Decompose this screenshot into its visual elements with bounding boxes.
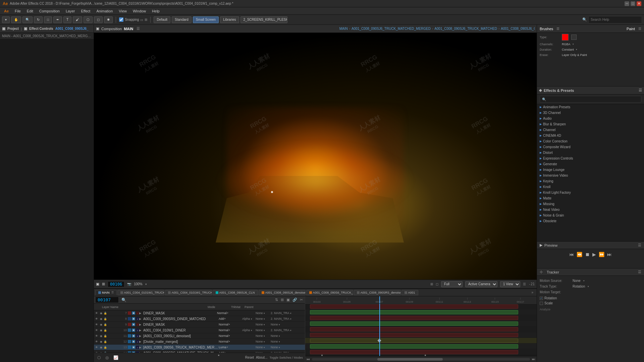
effects-presets-menu[interactable]: ☰ — [639, 88, 642, 93]
lock-icon[interactable]: 🔒 — [103, 351, 107, 353]
row-8-parent[interactable]: 2. MAIN_TRA ▾ — [271, 317, 304, 320]
list-item[interactable]: ▶ Channel — [537, 127, 644, 133]
preview-step-back[interactable]: ⏪ — [577, 252, 582, 257]
list-item[interactable]: ▶ Color Correction — [537, 138, 644, 144]
minimize-button[interactable]: ─ — [625, 1, 629, 6]
reset-btn[interactable]: Reset — [245, 356, 254, 359]
tl-tool-3[interactable]: ▣ — [286, 298, 290, 302]
snapping-checkbox[interactable] — [119, 17, 123, 22]
zoom-tool[interactable]: 🔍 — [22, 16, 33, 23]
eye-icon[interactable]: 👁 — [95, 340, 99, 344]
menu-layer[interactable]: Layer — [63, 8, 78, 14]
tl-tab-main-menu[interactable]: ☰ — [111, 291, 114, 294]
track-7-block[interactable] — [310, 304, 518, 309]
tl-tool-5[interactable]: ✂ — [299, 298, 304, 302]
stamp-tool[interactable]: ⬡ — [84, 16, 93, 23]
solo-icon[interactable]: ◉ — [99, 334, 103, 338]
track-9-block[interactable] — [310, 316, 518, 320]
list-item[interactable]: ▶ Image Lounge — [537, 167, 644, 173]
expand-icon[interactable]: ▶ — [139, 346, 141, 349]
lock-icon[interactable]: 🔒 — [103, 311, 107, 315]
toggle-switches-label[interactable]: Toggle Switches / Modes — [269, 356, 303, 359]
brush-tool[interactable]: 🖌 — [73, 16, 82, 23]
project-tab-label[interactable]: Project — [7, 27, 19, 31]
workspace-libraries[interactable]: Libraries — [220, 16, 239, 23]
eye-icon[interactable]: 👁 — [95, 351, 99, 353]
lock-icon[interactable]: 🔒 — [103, 345, 107, 349]
search-help-input[interactable] — [588, 16, 642, 23]
track-11-block[interactable] — [310, 327, 518, 331]
lock-icon[interactable]: 🔒 — [103, 340, 107, 344]
solo-icon[interactable]: ◉ — [99, 317, 103, 321]
list-item[interactable]: ▶ 3D Channel — [537, 110, 644, 116]
tl-tab-7[interactable]: A001_C008_090SRS_denoised_CLN — [354, 290, 401, 295]
tl-tool-2[interactable]: ⊞ — [280, 298, 284, 302]
playhead-indicator[interactable] — [379, 296, 380, 303]
expand-icon[interactable]: ▶ — [139, 340, 141, 343]
track-13-block[interactable] — [310, 339, 518, 343]
brushes-menu-icon[interactable]: ☰ — [556, 27, 559, 31]
solo-icon[interactable]: ◉ — [99, 345, 103, 349]
menu-animation[interactable]: Animation — [94, 8, 115, 14]
menu-edit[interactable]: Edit — [24, 8, 36, 14]
color-swatch[interactable] — [562, 34, 569, 41]
list-item[interactable]: ▶ Blur & Sharpen — [537, 121, 644, 127]
more-tabs-btn[interactable]: » — [529, 291, 535, 294]
hand-tool[interactable]: ✋ — [11, 16, 21, 23]
camera-select[interactable]: Active Camera — [465, 281, 497, 287]
tl-tab-5[interactable]: A001_C008_090SJ6_denoised — [259, 290, 306, 295]
expand-icon[interactable]: ▶ — [139, 329, 141, 332]
solo-icon[interactable]: ◉ — [99, 311, 103, 315]
timeline-ruler[interactable]: 00103 00105 00107 00109 00111 00113 0011… — [305, 296, 537, 304]
list-item[interactable]: ▶ Obsolete — [537, 218, 644, 224]
timeline-end-icon[interactable]: ⏭ — [532, 357, 535, 361]
lock-icon[interactable]: 🔒 — [103, 322, 107, 326]
row-7-parent[interactable]: 2. MAIN_TRA ▾ — [271, 311, 304, 315]
solo-icon[interactable]: ◉ — [99, 328, 103, 332]
list-item[interactable]: ▶ Neat Video — [537, 207, 644, 213]
eye-icon[interactable]: 👁 — [95, 345, 99, 349]
tl-tab-2[interactable]: A001_C004_0101W1_TRUCK_MATCHED — [117, 290, 164, 295]
preview-to-start[interactable]: ⏮ — [569, 252, 574, 257]
eye-icon[interactable]: 👁 — [95, 322, 99, 326]
preview-menu[interactable]: ☰ — [638, 243, 641, 247]
view-toggle-icon[interactable]: ◻ — [436, 282, 438, 286]
tracker-menu[interactable]: ☰ — [638, 270, 641, 274]
expand-icon[interactable]: ▶ — [139, 335, 141, 338]
menu-adobe[interactable]: Ae — [1, 8, 11, 14]
list-item[interactable]: ▶ Knoll — [537, 184, 644, 190]
tl-tab-3[interactable]: A001_C004_0101W1_TRUCK_CLN — [165, 290, 212, 295]
lock-icon[interactable]: 🔒 — [103, 317, 107, 321]
workspace-default[interactable]: Default — [154, 16, 170, 23]
track-15-block[interactable] — [310, 350, 518, 354]
brushes-tab[interactable]: Brushes — [540, 27, 553, 31]
grid-icon[interactable]: ⊞ — [430, 282, 433, 286]
tl-tab-6[interactable]: A001_C008_090S6_TRUCK_MATCHED_ — [306, 290, 353, 295]
quality-select[interactable]: Full Half Quarter — [441, 281, 463, 287]
crumb-main[interactable]: MAIN — [339, 27, 348, 31]
preview-play[interactable]: ▶ — [592, 252, 596, 257]
workspace-standard[interactable]: Standard — [172, 16, 192, 23]
list-item[interactable]: ▶ Knoll Light Factory — [537, 190, 644, 195]
menu-file[interactable]: File — [12, 8, 23, 14]
zoom-dropdown[interactable]: ▾ — [145, 283, 147, 286]
tl-tab-8[interactable]: A001 — [401, 290, 418, 295]
magnification-icon[interactable]: ⊞ — [102, 282, 105, 286]
view-select[interactable]: 1 View — [500, 281, 520, 287]
preview-step-forward[interactable]: ⏩ — [599, 252, 604, 257]
list-item[interactable]: ▶ Keying — [537, 178, 644, 184]
menu-help[interactable]: Help — [149, 8, 162, 14]
solo-icon[interactable]: ◉ — [99, 351, 103, 353]
comp-timecode[interactable]: 00106 — [108, 281, 124, 287]
expand-icon[interactable]: ▶ — [139, 352, 141, 353]
list-item[interactable]: ▶ Audio — [537, 116, 644, 121]
menu-window[interactable]: Window — [130, 8, 149, 14]
lock-icon[interactable]: 🔒 — [103, 334, 107, 338]
row-8-mode[interactable]: Add ▾ — [219, 317, 242, 320]
scale-checkbox[interactable] — [540, 302, 543, 305]
row-9-mode[interactable]: Normal ▾ — [219, 323, 242, 326]
solo-icon[interactable]: ◉ — [99, 340, 103, 344]
more-options-icon[interactable]: ☰ — [523, 282, 526, 286]
expand-icon[interactable]: ▶ — [139, 317, 141, 320]
track-8-block[interactable] — [310, 310, 518, 314]
